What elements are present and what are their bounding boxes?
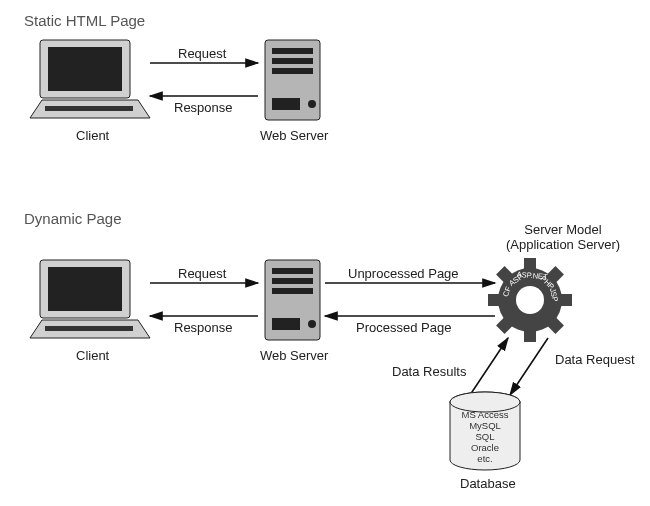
client-label-static: Client (76, 128, 109, 143)
arrow-response-static: Response (174, 100, 233, 115)
arrow-data-results: Data Results (392, 364, 466, 379)
svg-rect-15 (272, 268, 313, 274)
gear-icon: CF ASP ASP.NET PHP JSP (488, 258, 572, 342)
svg-line-34 (510, 338, 548, 395)
webserver-label-dynamic: Web Server (260, 348, 328, 363)
client-icon-static (30, 40, 150, 118)
svg-rect-12 (48, 267, 122, 311)
server-model-line2: (Application Server) (498, 237, 628, 252)
webserver-label-static: Web Server (260, 128, 328, 143)
arrow-unprocessed: Unprocessed Page (348, 266, 459, 281)
svg-rect-5 (272, 58, 313, 64)
server-model-label: Server Model (Application Server) (498, 222, 628, 252)
background-svg: CF ASP ASP.NET PHP JSP (0, 0, 650, 506)
svg-rect-13 (45, 326, 133, 331)
dynamic-title: Dynamic Page (24, 210, 122, 227)
webserver-icon-static (265, 40, 320, 120)
arrow-data-request: Data Request (555, 352, 635, 367)
database-label: Database (460, 476, 516, 491)
svg-rect-16 (272, 278, 313, 284)
client-label-dynamic: Client (76, 348, 109, 363)
svg-rect-7 (272, 98, 300, 110)
svg-line-35 (470, 338, 508, 395)
svg-rect-17 (272, 288, 313, 294)
svg-point-8 (308, 100, 316, 108)
svg-point-19 (308, 320, 316, 328)
svg-rect-2 (45, 106, 133, 111)
arrow-request-dynamic: Request (178, 266, 226, 281)
static-title: Static HTML Page (24, 12, 145, 29)
client-icon-dynamic (30, 260, 150, 338)
arrow-processed: Processed Page (356, 320, 451, 335)
server-model-line1: Server Model (498, 222, 628, 237)
diagram-root: CF ASP ASP.NET PHP JSP Static HTML Page … (0, 0, 650, 506)
db-engines-list: MS Access MySQL SQL Oracle etc. (450, 410, 520, 465)
arrow-request-static: Request (178, 46, 226, 61)
svg-point-33 (516, 286, 544, 314)
db-engine-4: etc. (450, 454, 520, 465)
webserver-icon-dynamic (265, 260, 320, 340)
svg-rect-6 (272, 68, 313, 74)
arrow-response-dynamic: Response (174, 320, 233, 335)
svg-rect-1 (48, 47, 122, 91)
svg-rect-18 (272, 318, 300, 330)
svg-rect-4 (272, 48, 313, 54)
